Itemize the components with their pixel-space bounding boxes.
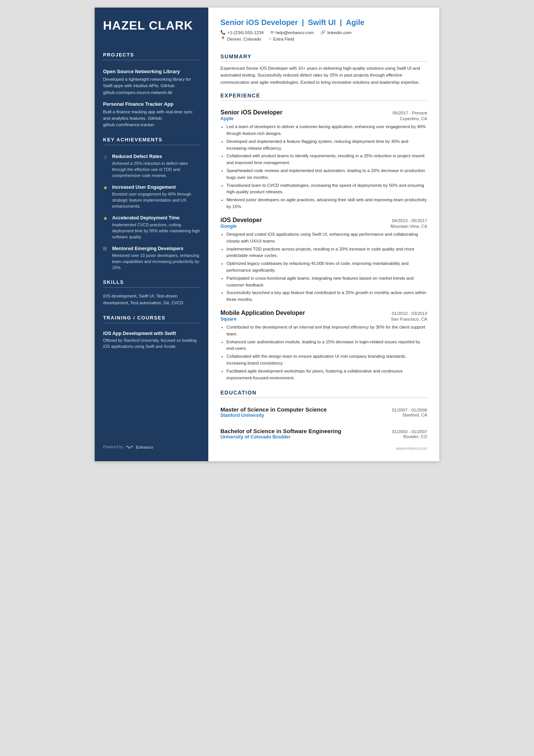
star-outline-icon: ☆ xyxy=(103,154,109,160)
phone-contact: 📞 +1-(234)-555-1234 xyxy=(220,30,264,35)
contact-row-1: 📞 +1-(234)-555-1234 ✉ help@enhancv.com 🔗… xyxy=(220,30,427,35)
extra-contact: ☆ Extra Field xyxy=(268,36,294,41)
exp-1-bullet-2: Developed and implemented a feature flag… xyxy=(226,138,427,152)
location-text: Denver, Colorado xyxy=(227,37,261,41)
phone-number: +1-(234)-555-1234 xyxy=(227,30,264,35)
contact-row-2: 📍 Denver, Colorado ☆ Extra Field xyxy=(220,36,427,41)
exp-2-date: 04/2013 - 05/2017 xyxy=(392,218,427,223)
summary-title: SUMMARY xyxy=(220,53,427,62)
education-2: Bachelor of Science in Software Engineer… xyxy=(220,423,427,440)
candidate-name: HAZEL CLARK xyxy=(103,19,200,32)
separator-2: | xyxy=(340,18,344,27)
project-1-title: Open Source Networking Library xyxy=(103,69,200,74)
sidebar: HAZEL CLARK PROJECTS Open Source Network… xyxy=(95,8,208,461)
exp-1-bullet-3: Collaborated with product teams to ident… xyxy=(226,153,427,166)
achievement-3: ★ Accelerated Deployment Time Implemente… xyxy=(103,215,200,240)
sidebar-footer: Powered by Enhancv xyxy=(103,437,200,450)
location-contact: 📍 Denver, Colorado xyxy=(220,36,261,41)
enhancv-logo-icon xyxy=(125,445,134,450)
website-url: www.enhancv.com xyxy=(396,446,427,451)
email-contact: ✉ help@enhancv.com xyxy=(270,30,314,35)
job-title-3: Agile xyxy=(346,18,364,27)
project-2-desc: Built a finance tracking app with real-t… xyxy=(103,109,200,128)
edu-1-date: 01/2007 - 01/2009 xyxy=(392,408,427,412)
extra-field: Extra Field xyxy=(273,37,294,41)
exp-3-header: Mobile Application Developer 01/2010 - 0… xyxy=(220,310,427,316)
project-1-desc: Developed a lightweight networking libra… xyxy=(103,76,200,96)
edu-1-degree: Master of Science in Computer Science xyxy=(220,406,327,413)
bookmark-icon: ⊟ xyxy=(103,246,109,251)
achievement-4-title: Mentored Emerging Developers xyxy=(112,246,200,252)
separator-1: | xyxy=(302,18,306,27)
exp-3-location: San Francisco, CA xyxy=(391,317,427,321)
exp-2-company-row: Google Mountain View, CA xyxy=(220,224,427,229)
edu-1-header: Master of Science in Computer Science 01… xyxy=(220,406,427,413)
email-icon: ✉ xyxy=(270,30,274,35)
experience-2: iOS Developer 04/2013 - 05/2017 Google M… xyxy=(220,211,427,304)
exp-1-bullets: Led a team of developers to deliver a cu… xyxy=(220,124,427,210)
exp-1-bullet-6: Mentored junior developers on agile prac… xyxy=(226,197,427,210)
achievement-1: ☆ Reduced Defect Rates Achieved a 25% re… xyxy=(103,153,200,179)
exp-1-bullet-4: Spearheaded code reviews and implemented… xyxy=(226,167,427,181)
main-footer: www.enhancv.com xyxy=(220,440,427,451)
resume-container: HAZEL CLARK PROJECTS Open Source Network… xyxy=(95,8,439,461)
exp-1-company-row: Apple Cupertino, CA xyxy=(220,116,427,121)
job-title-line: Senior iOS Developer | Swift UI | Agile xyxy=(220,18,427,27)
edu-2-location: Boulder, CO xyxy=(403,434,427,440)
exp-2-bullet-2: Implemented TDD practices across project… xyxy=(226,246,427,260)
achievement-2-title: Increased User Engagement xyxy=(112,184,200,190)
summary-text: Experienced Senior iOS Developer with 10… xyxy=(220,65,427,86)
exp-1-bullet-5: Transitioned team to CI/CD methodologies… xyxy=(226,182,427,196)
training-list: iOS App Development with Swift Offered b… xyxy=(103,326,200,350)
exp-3-company-row: Square San Francisco, CA xyxy=(220,316,427,322)
edu-1-school: Stanford University xyxy=(220,413,264,418)
exp-2-bullet-1: Designed and coded iOS applications usin… xyxy=(226,231,427,245)
projects-list: Open Source Networking Library Developed… xyxy=(103,63,200,128)
edu-2-degree: Bachelor of Science in Software Engineer… xyxy=(220,428,341,434)
enhancv-brand: Enhancv xyxy=(136,445,153,449)
skills-text: iOS development, Swift UI, Test-driven d… xyxy=(103,293,200,307)
exp-2-bullet-5: Successfully launched a key app feature … xyxy=(226,290,427,303)
linkedin-contact: 🔗 linkedin.com xyxy=(320,30,351,35)
training-1-desc: Offered by Stanford University, focused … xyxy=(103,338,200,350)
exp-2-role: iOS Developer xyxy=(220,217,262,224)
exp-2-bullet-3: Optimized legacy codebases by refactorin… xyxy=(226,260,427,274)
edu-2-header: Bachelor of Science in Software Engineer… xyxy=(220,428,427,434)
edu-2-date: 01/2003 - 01/2007 xyxy=(392,429,427,434)
link-icon: 🔗 xyxy=(320,30,326,35)
achievement-3-desc: Implemented CI/CD practices, cutting dep… xyxy=(112,222,200,240)
exp-1-company: Apple xyxy=(220,116,234,121)
job-title-2: Swift UI xyxy=(308,18,336,27)
star-filled-2-icon: ★ xyxy=(103,215,109,221)
powered-by-label: Powered by xyxy=(103,445,123,449)
exp-1-header: Senior iOS Developer 06/2017 - Present xyxy=(220,109,427,116)
linkedin-url: linkedin.com xyxy=(327,30,351,35)
experience-3: Mobile Application Developer 01/2010 - 0… xyxy=(220,304,427,383)
achievement-4: ⊟ Mentored Emerging Developers Mentored … xyxy=(103,246,200,271)
location-icon: 📍 xyxy=(220,36,226,41)
exp-1-bullet-1: Led a team of developers to deliver a cu… xyxy=(226,124,427,137)
exp-1-date: 06/2017 - Present xyxy=(393,111,427,115)
exp-3-bullet-3: Collaborated with the design team to ens… xyxy=(226,353,427,367)
exp-1-location: Cupertino, CA xyxy=(400,116,427,121)
skills-section-title: SKILLS xyxy=(103,279,200,288)
star-filled-icon: ★ xyxy=(103,185,109,191)
exp-3-bullet-2: Enhanced user authentication module, lea… xyxy=(226,339,427,352)
header: Senior iOS Developer | Swift UI | Agile … xyxy=(220,18,427,47)
main-content: Senior iOS Developer | Swift UI | Agile … xyxy=(208,8,439,461)
achievement-2: ★ Increased User Engagement Boosted user… xyxy=(103,184,200,210)
exp-2-bullets: Designed and coded iOS applications usin… xyxy=(220,231,427,303)
experience-title: EXPERIENCE xyxy=(220,92,427,101)
exp-2-bullet-4: Participated in cross-functional agile t… xyxy=(226,275,427,289)
achievement-2-desc: Boosted user engagement by 40% through s… xyxy=(112,191,200,210)
project-2-title: Personal Finance Tracker App xyxy=(103,101,200,107)
phone-icon: 📞 xyxy=(220,30,226,35)
education-title: EDUCATION xyxy=(220,390,427,398)
edu-1-location: Stanford, CA xyxy=(402,413,427,418)
achievement-1-title: Reduced Defect Rates xyxy=(112,153,200,160)
exp-3-bullets: Contributed to the development of an int… xyxy=(220,324,427,382)
exp-3-company: Square xyxy=(220,316,236,322)
training-section-title: TRAINING / COURSES xyxy=(103,315,200,323)
exp-3-bullet-4: Facilitated agile development workshops … xyxy=(226,368,427,382)
achievement-4-desc: Mentored over 10 junior developers, enha… xyxy=(112,253,200,271)
